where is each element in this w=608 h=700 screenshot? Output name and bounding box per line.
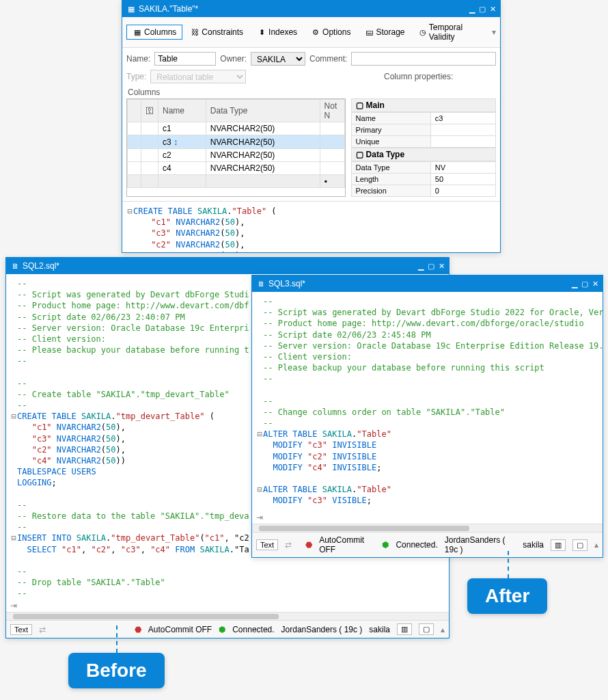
expand-icon[interactable]: ▴ <box>594 540 598 550</box>
index-icon: ⬍ <box>257 27 266 37</box>
col-key-header[interactable]: ⚿ <box>141 100 158 122</box>
options-icon: ⚙ <box>311 27 320 37</box>
before-statusbar: Text ⇄ ⬣ AutoCommit OFF ⬢ Connected. Jor… <box>6 620 449 638</box>
prop-row[interactable]: Primary <box>351 124 495 136</box>
name-label: Name: <box>126 54 150 64</box>
close-icon[interactable]: ✕ <box>439 262 445 271</box>
owner-select[interactable]: SAKILA <box>251 52 305 66</box>
props-main-header[interactable]: ▢Main <box>351 98 496 112</box>
panel-btn-2[interactable]: ▢ <box>419 623 434 635</box>
table-row[interactable]: c1NVARCHAR2(50) <box>128 122 345 135</box>
connected-icon: ⬢ <box>219 625 225 634</box>
panel-btn-2[interactable]: ▢ <box>572 539 588 551</box>
tab-indexes[interactable]: ⬍Indexes <box>251 25 303 40</box>
user-label[interactable]: JordanSanders ( 19c ) <box>281 625 363 634</box>
prop-row[interactable]: Namec3 <box>351 113 495 124</box>
db-label[interactable]: sakila <box>523 540 544 550</box>
type-select[interactable]: Relational table <box>150 70 246 83</box>
transfer-icon[interactable]: ⇄ <box>285 540 292 550</box>
autocommit-icon: ⬣ <box>135 625 141 634</box>
name-field[interactable] <box>154 52 216 66</box>
table-editor-window: ▦ SAKILA."Table"* ▁ ▢ ✕ ▦Columns ⛓Constr… <box>122 0 501 253</box>
collapse-icon: ▢ <box>356 150 363 159</box>
connected-icon: ⬢ <box>382 540 389 550</box>
tab-options[interactable]: ⚙Options <box>305 25 357 40</box>
overflow-icon[interactable]: ▾ <box>492 27 496 37</box>
table-window-titlebar[interactable]: ▦ SAKILA."Table"* ▁ ▢ ✕ <box>122 1 500 17</box>
user-label[interactable]: JordanSanders ( 19c ) <box>445 535 516 554</box>
table-row[interactable]: c4NVARCHAR2(50) <box>128 162 345 175</box>
table-icon: ▦ <box>126 4 136 14</box>
maximize-icon[interactable]: ▢ <box>581 280 588 288</box>
table-row[interactable]: c3 ↕NVARCHAR2(50) <box>128 135 345 149</box>
autocommit-label[interactable]: AutoCommit OFF <box>319 535 375 554</box>
after-editor[interactable]: -- -- Script was generated by Devart dbF… <box>252 292 603 511</box>
after-titlebar[interactable]: 🗎SQL3.sql* ▁▢✕ <box>252 275 603 292</box>
sql-file-icon: 🗎 <box>10 261 20 271</box>
window-title: SQL2.sql* <box>23 261 59 271</box>
window-title: SQL3.sql* <box>268 279 305 288</box>
autocommit-icon: ⬣ <box>305 540 312 550</box>
form-row-type: Type: Relational table Column properties… <box>122 70 500 88</box>
transfer-icon[interactable]: ⇄ <box>39 625 46 634</box>
text-mode-button[interactable]: Text <box>10 624 32 635</box>
column-props-panel: ▢Main Namec3PrimaryUnique ▢Data Type Dat… <box>351 98 496 197</box>
constraint-icon: ⛓ <box>190 27 199 37</box>
after-statusbar: Text ⇄ ⬣ AutoCommit OFF ⬢ Connected. Jor… <box>252 532 603 557</box>
prop-row[interactable]: Unique <box>351 136 495 148</box>
db-label[interactable]: sakila <box>369 625 390 634</box>
tab-storage[interactable]: 🖴Storage <box>358 25 411 40</box>
storage-icon: 🖴 <box>364 27 374 37</box>
props-dt-header[interactable]: ▢Data Type <box>351 148 496 161</box>
window-title: SAKILA."Table"* <box>139 4 198 14</box>
panel-btn-1[interactable]: ▥ <box>551 539 566 551</box>
collapse-icon: ▢ <box>356 100 363 110</box>
type-label: Type: <box>126 72 146 81</box>
columns-section-label: Columns <box>122 86 500 98</box>
prop-row[interactable]: Data TypeNV <box>351 162 495 174</box>
close-icon[interactable]: ✕ <box>490 5 496 14</box>
autocommit-label[interactable]: AutoCommit OFF <box>148 625 212 634</box>
table-sql-preview[interactable]: ⊟CREATE TABLE SAKILA."Table" ( "c1" NVAR… <box>122 201 500 252</box>
props-title: Column properties: <box>380 70 496 83</box>
minimize-icon[interactable]: ▁ <box>469 5 475 14</box>
comment-field[interactable] <box>351 52 496 66</box>
connected-label: Connected. <box>396 540 437 550</box>
connected-label: Connected. <box>232 625 274 634</box>
tab-columns[interactable]: ▦Columns <box>126 25 182 40</box>
tab-constraints[interactable]: ⛓Constraints <box>184 25 249 40</box>
col-chk-header[interactable] <box>128 100 141 122</box>
col-name-header[interactable]: Name <box>158 100 206 122</box>
panel-btn-1[interactable]: ▥ <box>397 623 412 635</box>
temporal-icon: ◷ <box>418 27 426 37</box>
columns-icon: ▦ <box>133 27 142 37</box>
close-icon[interactable]: ✕ <box>592 280 598 288</box>
tab-temporal[interactable]: ◷Temporal Validity <box>412 20 489 44</box>
before-titlebar[interactable]: 🗎SQL2.sql* ▁▢✕ <box>6 258 449 274</box>
owner-label: Owner: <box>220 54 247 64</box>
col-notnull-header[interactable]: Not N <box>320 100 344 122</box>
expand-icon[interactable]: ▴ <box>441 625 445 634</box>
editor-tabs: ▦Columns ⛓Constraints ⬍Indexes ⚙Options … <box>122 17 500 48</box>
form-row-name: Name: Owner: SAKILA Comment: <box>122 48 500 70</box>
after-hscroll[interactable] <box>252 524 603 532</box>
sql-file-icon: 🗎 <box>256 279 266 288</box>
after-label: After <box>467 578 547 614</box>
prop-row[interactable]: Precision0 <box>351 185 495 197</box>
after-sql-window: 🗎SQL3.sql* ▁▢✕ -- -- Script was generate… <box>251 275 603 558</box>
minimize-icon[interactable]: ▁ <box>418 262 424 271</box>
before-hscroll[interactable] <box>6 612 449 620</box>
columns-table[interactable]: ⚿ Name Data Type Not N c1NVARCHAR2(50)c3… <box>126 98 346 197</box>
minimize-icon[interactable]: ▁ <box>572 280 577 288</box>
maximize-icon[interactable]: ▢ <box>479 5 486 14</box>
col-datatype-header[interactable]: Data Type <box>206 100 320 122</box>
comment-label: Comment: <box>309 54 347 64</box>
maximize-icon[interactable]: ▢ <box>428 262 434 271</box>
text-mode-button[interactable]: Text <box>256 539 278 550</box>
prop-row[interactable]: Length50 <box>351 174 495 185</box>
before-label: Before <box>68 653 165 688</box>
table-row[interactable]: c2NVARCHAR2(50) <box>128 149 345 162</box>
